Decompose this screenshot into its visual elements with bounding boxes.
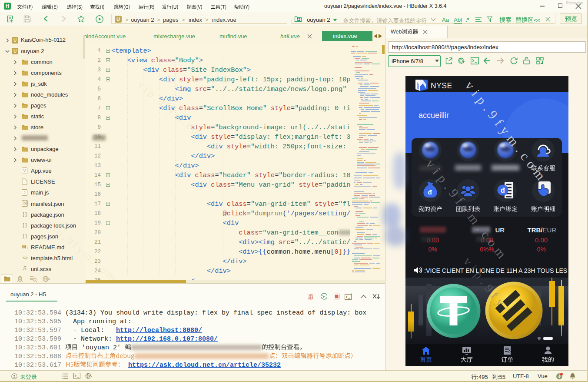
svg-text:đ: đ (501, 187, 505, 194)
svg-text:đ: đ (428, 188, 432, 196)
